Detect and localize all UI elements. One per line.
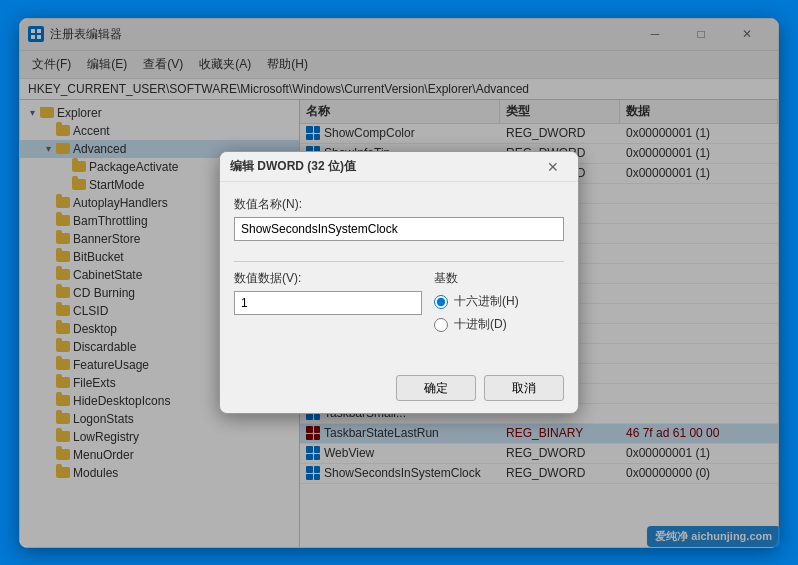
hex-radio[interactable] (434, 295, 448, 309)
edit-dword-dialog: 编辑 DWORD (32 位)值 ✕ 数值名称(N): 数值数据(V): 基数 (219, 151, 579, 414)
value-data-section: 数值数据(V): (234, 270, 422, 339)
value-name-input[interactable] (234, 217, 564, 241)
value-data-row: 数值数据(V): 基数 十六进制(H) 十进制(D) (234, 270, 564, 339)
decimal-radio[interactable] (434, 318, 448, 332)
hex-label: 十六进制(H) (454, 293, 519, 310)
modal-overlay: 编辑 DWORD (32 位)值 ✕ 数值名称(N): 数值数据(V): 基数 (20, 19, 778, 547)
modal-footer: 确定 取消 (220, 367, 578, 413)
cancel-button[interactable]: 取消 (484, 375, 564, 401)
modal-title: 编辑 DWORD (32 位)值 (230, 158, 538, 175)
value-name-label: 数值名称(N): (234, 196, 564, 213)
modal-body: 数值名称(N): 数值数据(V): 基数 十六进制(H) (220, 182, 578, 367)
decimal-label: 十进制(D) (454, 316, 507, 333)
value-data-label: 数值数据(V): (234, 270, 422, 287)
decimal-radio-option[interactable]: 十进制(D) (434, 316, 564, 333)
modal-title-bar: 编辑 DWORD (32 位)值 ✕ (220, 152, 578, 182)
divider (234, 261, 564, 262)
base-section: 基数 十六进制(H) 十进制(D) (434, 270, 564, 339)
base-label: 基数 (434, 270, 564, 287)
confirm-button[interactable]: 确定 (396, 375, 476, 401)
value-data-input[interactable] (234, 291, 422, 315)
modal-close-button[interactable]: ✕ (538, 152, 568, 182)
main-window: 注册表编辑器 ─ □ ✕ 文件(F) 编辑(E) 查看(V) 收藏夹(A) 帮助… (19, 18, 779, 548)
hex-radio-option[interactable]: 十六进制(H) (434, 293, 564, 310)
